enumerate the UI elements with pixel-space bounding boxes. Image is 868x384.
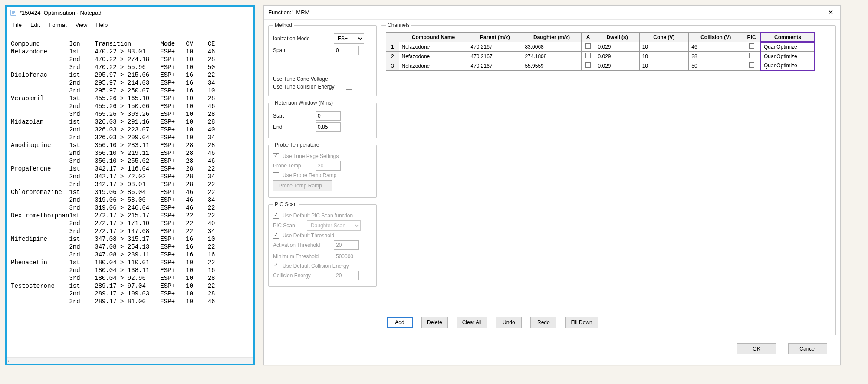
menu-format[interactable]: Format xyxy=(45,21,70,29)
end-input[interactable] xyxy=(316,122,341,132)
cell[interactable] xyxy=(743,42,761,52)
cell[interactable] xyxy=(743,52,761,61)
use-tune-cone-checkbox[interactable] xyxy=(346,76,352,82)
channels-legend: Channels xyxy=(386,22,411,28)
delete-button[interactable]: Delete xyxy=(421,317,448,328)
retention-group: Retention Window (Mins) Start End xyxy=(268,100,377,138)
use-tune-page-label: Use Tune Page Settings xyxy=(283,153,372,159)
menu-help[interactable]: Help xyxy=(92,21,111,29)
use-default-pic-checkbox[interactable] xyxy=(273,213,279,219)
activation-threshold-label: Activation Threshold xyxy=(273,242,330,248)
start-input[interactable] xyxy=(316,111,341,121)
notepad-menu: File Edit Format View Help xyxy=(7,19,253,31)
cell[interactable]: 10 xyxy=(639,52,689,61)
notepad-hscroll[interactable]: ‹ xyxy=(7,357,253,364)
span-input[interactable] xyxy=(334,46,359,55)
col-header[interactable]: Comments xyxy=(761,33,815,42)
probe-group: Probe Temperature Use Tune Page Settings… xyxy=(268,142,377,198)
notepad-textarea[interactable]: Compound Ion Transition Mode CV CE Nefaz… xyxy=(7,31,253,357)
end-label: End xyxy=(273,124,312,130)
cell[interactable]: 50 xyxy=(689,61,743,71)
collision-energy-label: Collision Energy xyxy=(273,272,330,279)
menu-edit[interactable]: Edit xyxy=(27,21,43,29)
use-tune-page-checkbox[interactable] xyxy=(273,153,279,159)
channels-group: Channels Compound NameParent (m/z)Daught… xyxy=(381,22,836,335)
table-row[interactable]: 3Nefazodone470.216755.95590.0291050QuanO… xyxy=(386,61,815,71)
cancel-button[interactable]: Cancel xyxy=(788,343,827,354)
col-header[interactable]: Collision (V) xyxy=(689,33,743,42)
use-default-threshold-label: Use Default Threshold xyxy=(283,233,372,239)
cell[interactable]: 1 xyxy=(386,42,399,52)
notepad-window: *150424_Optimisation - Notepad File Edit… xyxy=(5,5,255,365)
table-row[interactable]: 2Nefazodone470.2167274.18080.0291028Quan… xyxy=(386,52,815,61)
minimum-threshold-input xyxy=(334,252,364,261)
span-label: Span xyxy=(273,47,330,53)
cell[interactable]: 470.2167 xyxy=(468,42,522,52)
dialog-title-text: Function:1 MRM xyxy=(268,9,309,16)
ionization-mode-label: Ionization Mode xyxy=(273,36,330,42)
channels-table[interactable]: Compound NameParent (m/z)Daughter (m/z)A… xyxy=(386,32,815,71)
cell[interactable]: 46 xyxy=(689,42,743,52)
notepad-title-text: *150424_Optimisation - Notepad xyxy=(20,10,102,16)
dialog-titlebar: Function:1 MRM ✕ xyxy=(264,6,840,20)
close-icon[interactable]: ✕ xyxy=(825,8,836,16)
cell[interactable] xyxy=(581,52,595,61)
cell[interactable]: 10 xyxy=(639,61,689,71)
fill-down-button[interactable]: Fill Down xyxy=(565,317,598,328)
activation-threshold-input xyxy=(334,240,359,250)
redo-button[interactable]: Redo xyxy=(530,317,556,328)
cell[interactable] xyxy=(743,61,761,71)
col-header[interactable]: Compound Name xyxy=(399,33,468,42)
method-group: Method Ionization Mode ES+ Span Use Tune… xyxy=(268,22,377,96)
cell[interactable] xyxy=(581,42,595,52)
cell[interactable]: 83.0068 xyxy=(522,42,581,52)
use-probe-ramp-label: Use Probe Temp Ramp xyxy=(283,172,372,178)
probe-temp-input xyxy=(316,161,341,171)
col-header[interactable]: Cone (V) xyxy=(639,33,689,42)
use-tune-collision-checkbox[interactable] xyxy=(346,84,352,90)
col-header[interactable]: Parent (m/z) xyxy=(468,33,522,42)
cell[interactable]: 10 xyxy=(639,42,689,52)
probe-temp-ramp-button: Probe Temp Ramp... xyxy=(273,180,332,191)
use-tune-collision-label: Use Tune Collision Energy xyxy=(273,84,342,90)
cell[interactable]: 0.029 xyxy=(595,42,639,52)
cell[interactable]: QuanOptimize xyxy=(761,52,815,61)
col-header[interactable] xyxy=(386,33,399,42)
ok-button[interactable]: OK xyxy=(737,343,776,354)
use-tune-cone-label: Use Tune Cone Voltage xyxy=(273,76,342,82)
ionization-mode-select[interactable]: ES+ xyxy=(334,33,364,44)
cell[interactable]: Nefazodone xyxy=(399,52,468,61)
cell[interactable]: 2 xyxy=(386,52,399,61)
use-default-ce-checkbox[interactable] xyxy=(273,263,279,269)
probe-temp-label: Probe Temp xyxy=(273,163,312,169)
cell[interactable]: 55.9559 xyxy=(522,61,581,71)
col-header[interactable]: Daughter (m/z) xyxy=(522,33,581,42)
col-header[interactable]: PIC xyxy=(743,33,761,42)
cell[interactable]: 470.2167 xyxy=(468,61,522,71)
col-header[interactable]: Dwell (s) xyxy=(595,33,639,42)
cell[interactable]: 3 xyxy=(386,61,399,71)
menu-file[interactable]: File xyxy=(9,21,25,29)
collision-energy-input xyxy=(334,271,359,280)
cell[interactable]: Nefazodone xyxy=(399,61,468,71)
undo-button[interactable]: Undo xyxy=(496,317,522,328)
cell[interactable]: 28 xyxy=(689,52,743,61)
use-default-threshold-checkbox[interactable] xyxy=(273,233,279,239)
cell[interactable]: 0.029 xyxy=(595,61,639,71)
menu-view[interactable]: View xyxy=(72,21,91,29)
cell[interactable]: Nefazodone xyxy=(399,42,468,52)
cell[interactable]: QuanOptimize xyxy=(761,42,815,52)
cell[interactable]: QuanOptimize xyxy=(761,61,815,71)
cell[interactable]: 470.2167 xyxy=(468,52,522,61)
clear-all-button[interactable]: Clear All xyxy=(457,317,487,328)
use-probe-ramp-checkbox xyxy=(273,172,279,178)
start-label: Start xyxy=(273,113,312,119)
add-button[interactable]: Add xyxy=(387,317,413,328)
col-header[interactable]: A xyxy=(581,33,595,42)
notepad-icon xyxy=(10,9,17,16)
table-row[interactable]: 1Nefazodone470.216783.00680.0291046QuanO… xyxy=(386,42,815,52)
cell[interactable]: 0.029 xyxy=(595,52,639,61)
use-default-ce-label: Use Default Collision Energy xyxy=(283,263,372,269)
cell[interactable] xyxy=(581,61,595,71)
cell[interactable]: 274.1808 xyxy=(522,52,581,61)
